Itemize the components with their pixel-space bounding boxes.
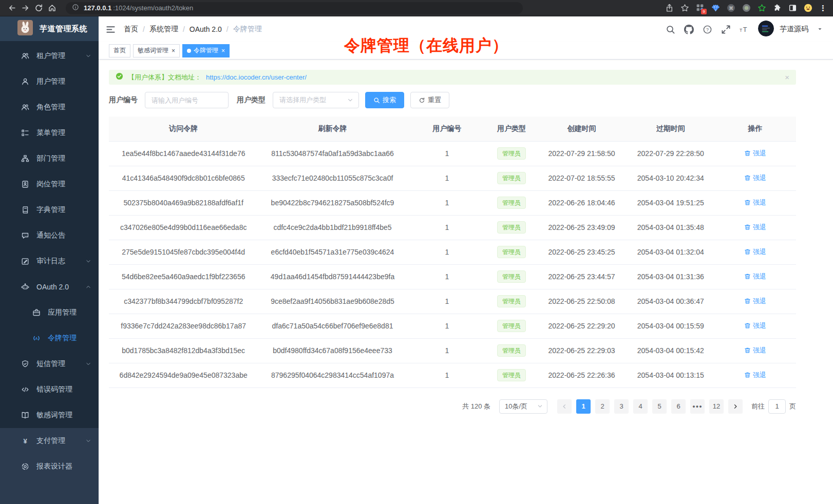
sidebar-item-app-briefcase[interactable]: 应用管理 — [0, 300, 99, 325]
goto-page: 前往 页 — [751, 399, 796, 414]
page-button-6[interactable]: 6 — [671, 399, 686, 414]
github-icon[interactable] — [684, 25, 694, 34]
force-logout-button[interactable]: 强退 — [744, 173, 766, 183]
force-logout-button[interactable]: 强退 — [744, 223, 766, 232]
reader-mode-icon[interactable] — [788, 4, 797, 12]
table-row: 1ea5e44f8bc1467aaede43144f31de76811c5304… — [109, 141, 796, 166]
sidebar-item-menu-tree[interactable]: 菜单管理 — [0, 120, 99, 146]
share-icon[interactable] — [665, 4, 674, 12]
browser-reload-icon[interactable] — [33, 3, 44, 14]
user-type-select[interactable]: 请选择用户类型 — [273, 92, 359, 108]
cell-access-token: f9336e7c7dd242a283ee98dc86b17a87 — [109, 314, 258, 338]
user-icon — [21, 77, 29, 86]
cell-refresh-token: b0df4980ffd34c67a08f9156e4eee733 — [258, 338, 407, 363]
font-size-icon[interactable]: TT — [740, 25, 749, 34]
alert-close-icon[interactable]: × — [785, 73, 789, 81]
force-logout-button[interactable]: 强退 — [744, 247, 766, 257]
sidebar-item-announcement[interactable]: 通知公告 — [0, 223, 99, 248]
fullscreen-icon[interactable] — [721, 25, 731, 34]
address-bar[interactable]: 127.0.0.1 :1024/system/oauth2/token — [66, 2, 523, 14]
sidebar-item-label: 短信管理 — [36, 359, 65, 369]
sidebar-item-user[interactable]: 用户管理 — [0, 69, 99, 94]
force-logout-button[interactable]: 强退 — [744, 149, 766, 158]
cell-expires-at: 2054-03-04 00:13:15 — [627, 363, 714, 387]
tab-close-icon[interactable]: × — [172, 48, 175, 54]
sidebar-item-dictionary[interactable]: 字典管理 — [0, 197, 99, 223]
sidebar-item-tenant-users[interactable]: 租户管理 — [0, 43, 99, 69]
tab-active[interactable]: 令牌管理× — [182, 44, 230, 57]
chevron-up-icon — [85, 284, 91, 290]
caret-down-icon[interactable] — [817, 25, 823, 34]
extension-puzzle-icon[interactable] — [773, 4, 782, 12]
sidebar-item-audit-log[interactable]: 审计日志 — [0, 248, 99, 274]
alert-doc-link[interactable]: https://doc.iocoder.cn/user-center/ — [206, 73, 307, 81]
force-logout-button[interactable]: 强退 — [744, 297, 766, 306]
post-badge-icon — [21, 180, 29, 188]
page-button-5[interactable]: 5 — [652, 399, 667, 414]
breadcrumb-item[interactable]: 系统管理 — [149, 25, 178, 34]
search-icon[interactable] — [666, 25, 675, 34]
page-button-2[interactable]: 2 — [595, 399, 610, 414]
extension-grid-icon[interactable]: 9 — [696, 4, 705, 12]
goto-page-input[interactable] — [768, 399, 786, 414]
bookmark-star-icon[interactable] — [680, 4, 689, 12]
user-avatar[interactable] — [758, 21, 774, 38]
sidebar-item-token-signal[interactable]: A令牌管理 — [0, 325, 99, 351]
tab-close-icon[interactable]: × — [221, 48, 225, 54]
sidebar-item-oauth-robot[interactable]: OAuth 2.0 — [0, 274, 99, 300]
force-logout-label: 强退 — [753, 198, 766, 207]
user-id-input[interactable] — [145, 92, 229, 108]
site-info-icon[interactable] — [72, 4, 79, 13]
user-name[interactable]: 芋道源码 — [780, 25, 808, 34]
browser-forward-icon[interactable] — [20, 3, 31, 14]
sidebar-item-payment-yen[interactable]: ¥支付管理 — [0, 428, 99, 454]
browser-home-icon[interactable] — [46, 3, 58, 14]
extension-record-icon[interactable] — [742, 4, 751, 12]
page-button-3[interactable]: 3 — [614, 399, 629, 414]
force-logout-label: 强退 — [753, 297, 766, 306]
tab-item[interactable]: 首页 — [109, 44, 130, 57]
browser-back-icon[interactable] — [6, 3, 17, 14]
sidebar-item-post-badge[interactable]: 岗位管理 — [0, 171, 99, 197]
sidebar-item-label: 错误码管理 — [36, 385, 72, 394]
breadcrumb-separator: / — [183, 25, 185, 33]
search-button[interactable]: 搜索 — [365, 92, 404, 108]
reset-button[interactable]: 重置 — [410, 92, 449, 108]
breadcrumb-item[interactable]: 首页 — [124, 25, 138, 34]
sidebar-item-report-designer[interactable]: 报表设计器 — [0, 454, 99, 479]
cell-user-id: 1 — [407, 215, 487, 240]
help-icon[interactable]: ? — [703, 25, 712, 34]
sidebar-toggle-icon[interactable] — [106, 25, 116, 34]
tab-item[interactable]: 敏感词管理× — [133, 44, 180, 57]
page-button-4[interactable]: 4 — [633, 399, 648, 414]
cell-created-at: 2022-06-25 22:26:36 — [536, 363, 627, 387]
browser-profile-avatar[interactable] — [804, 4, 812, 12]
next-page-button[interactable] — [728, 399, 743, 414]
cell-user-type: 管理员 — [487, 264, 536, 289]
force-logout-button[interactable]: 强退 — [744, 272, 766, 281]
force-logout-button[interactable]: 强退 — [744, 371, 766, 380]
extension-command-icon[interactable]: ⌘ — [727, 4, 735, 12]
sidebar-item-role-users[interactable]: 角色管理 — [0, 94, 99, 120]
extension-star-icon[interactable] — [758, 4, 766, 12]
force-logout-button[interactable]: 强退 — [744, 198, 766, 207]
force-logout-button[interactable]: 强退 — [744, 346, 766, 355]
sidebar-item-error-code[interactable]: 错误码管理 — [0, 377, 99, 402]
sidebar-item-open-book[interactable]: 敏感词管理 — [0, 402, 99, 428]
force-logout-button[interactable]: 强退 — [744, 321, 766, 331]
breadcrumb-item[interactable]: OAuth 2.0 — [190, 25, 222, 33]
report-designer-icon — [21, 462, 29, 471]
page-button-1[interactable]: 1 — [576, 399, 591, 414]
page-size-select[interactable]: 10条/页 — [499, 399, 547, 414]
page-button-12[interactable]: 12 — [709, 399, 724, 414]
prev-page-button[interactable] — [557, 399, 572, 414]
sidebar-item-label: 租户管理 — [36, 51, 65, 61]
sidebar-item-sms-shield[interactable]: 短信管理 — [0, 351, 99, 377]
browser-menu-icon[interactable]: ⋮ — [819, 4, 827, 13]
alert-banner: 【用户体系】文档地址： https://doc.iocoder.cn/user-… — [109, 70, 796, 85]
logo-bar[interactable]: 芋道管理系统 — [0, 16, 99, 41]
annotation-overlay: 令牌管理（在线用户） — [344, 35, 508, 56]
extension-gem-icon[interactable] — [711, 4, 720, 12]
page-ellipsis[interactable]: ●●● — [690, 399, 705, 414]
sidebar-item-org-chart[interactable]: 部门管理 — [0, 146, 99, 171]
